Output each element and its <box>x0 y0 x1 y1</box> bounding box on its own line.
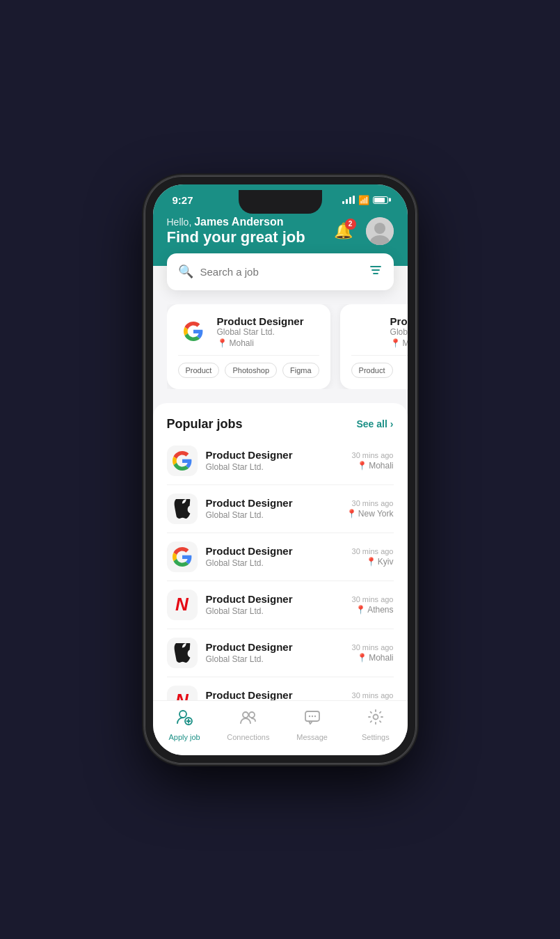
location-pin-icon: 📍 <box>355 605 366 615</box>
tags-row: Product <box>351 363 408 378</box>
status-icons: 📶 <box>342 195 388 205</box>
notification-button[interactable]: 🔔 2 <box>330 217 358 245</box>
greeting-hello: Hello, <box>167 216 195 228</box>
search-container: 🔍 <box>167 253 394 290</box>
nav-item-apply-job[interactable]: Apply job <box>163 708 205 741</box>
apply-job-icon <box>175 708 193 730</box>
company-logo-apple <box>351 316 382 347</box>
svg-point-13 <box>308 715 310 716</box>
job-list-company: Global Star Ltd. <box>206 510 346 520</box>
status-time: 9:27 <box>173 194 193 206</box>
tag: Product <box>351 363 393 378</box>
tag: Product <box>178 363 220 378</box>
job-time: 30 mins ago <box>336 691 393 700</box>
bottom-nav: Apply job Connections <box>153 700 408 755</box>
see-all-button[interactable]: See all › <box>356 418 393 429</box>
filter-icon[interactable] <box>369 263 383 281</box>
location-pin-icon: 📍 <box>366 557 376 567</box>
job-list-company: Global Star Ltd. <box>206 654 352 664</box>
settings-label: Settings <box>362 733 390 741</box>
job-list-info: Product Designer Global Star Ltd. <box>206 593 352 616</box>
popular-job-item[interactable]: Product Designer Global Star Ltd. 30 min… <box>167 533 394 581</box>
job-list-title: Product Designer <box>206 545 352 557</box>
greeting-text: Hello, James Anderson <box>167 216 305 228</box>
job-list-title: Product Designer <box>206 449 352 461</box>
job-location: 📍 New York <box>346 509 394 519</box>
signal-icon <box>342 196 355 204</box>
nav-item-message[interactable]: Message <box>291 708 333 741</box>
job-time: 30 mins ago <box>346 499 394 507</box>
popular-job-item[interactable]: Product Designer Global Star Ltd. 30 min… <box>167 485 394 533</box>
location-pin-icon: 📍 <box>357 653 367 663</box>
popular-job-item[interactable]: N Product Designer Global Star Ltd. 30 m… <box>167 581 394 629</box>
svg-point-14 <box>311 715 312 716</box>
search-icon: 🔍 <box>178 264 193 279</box>
job-list-info: Product Designer Global Star Ltd. <box>206 449 352 472</box>
job-list-meta: 30 mins ago 📍 Kyiv <box>352 547 394 567</box>
wifi-icon: 📶 <box>358 195 369 205</box>
job-list-info: Product Designer Global Star Ltd. <box>206 545 352 568</box>
connections-icon <box>239 708 257 730</box>
settings-icon <box>367 708 385 730</box>
job-list-logo <box>167 494 198 524</box>
chevron-right-icon: › <box>390 418 394 429</box>
featured-company-name: Global Star Ltd. <box>217 327 304 337</box>
job-time: 30 mins ago <box>352 547 394 555</box>
tag: Photoshop <box>225 363 277 378</box>
header-top: Hello, James Anderson Find your great jo… <box>167 216 394 246</box>
section-header: Popular jobs See all › <box>167 406 394 437</box>
popular-job-item[interactable]: Product Designer Global Star Ltd. 30 min… <box>167 437 394 485</box>
featured-job-title: Product Designer <box>390 315 408 327</box>
search-input[interactable] <box>200 266 362 278</box>
job-list-company: Global Star Ltd. <box>206 558 352 568</box>
job-list-company: Global Star Ltd. <box>206 606 352 616</box>
featured-job-card[interactable]: Product Designer Global Star Ltd. 📍 Moha… <box>340 304 408 389</box>
popular-job-item[interactable]: N Product Designer Global Star Ltd. 30 m… <box>167 677 394 700</box>
featured-company-name: Global Star Ltd. <box>390 327 408 337</box>
job-card-info: Product Designer Global Star Ltd. 📍 Moha… <box>217 315 304 348</box>
job-list-meta: 30 mins ago 📍 Los Angeles <box>336 691 393 700</box>
svg-point-15 <box>314 715 315 716</box>
nav-item-connections[interactable]: Connections <box>227 708 269 741</box>
divider <box>178 355 319 356</box>
main-content: Product Designer Global Star Ltd. 📍 Moha… <box>153 290 408 700</box>
notification-badge: 2 <box>345 219 356 230</box>
search-bar: 🔍 <box>167 253 394 290</box>
featured-job-card[interactable]: Product Designer Global Star Ltd. 📍 Moha… <box>167 304 330 389</box>
job-list-info: Product Designer Global Star Ltd. <box>206 641 352 664</box>
featured-job-title: Product Designer <box>217 315 304 327</box>
svg-point-11 <box>249 712 255 718</box>
job-list-info: Product Designer Global Star Ltd. <box>206 497 346 520</box>
job-list-logo <box>167 638 198 668</box>
job-list-title: Product Designer <box>206 689 337 700</box>
popular-jobs-section: Popular jobs See all › Product Designer … <box>153 403 408 700</box>
location-pin-icon: 📍 <box>390 338 401 348</box>
header-title: Find your great job <box>167 228 305 246</box>
job-list-logo <box>167 445 198 476</box>
job-list-logo: N <box>167 590 198 620</box>
avatar[interactable] <box>366 217 394 245</box>
greeting-name: James Anderson <box>194 216 283 228</box>
svg-point-1 <box>374 223 385 234</box>
job-location: 📍 Mohali <box>352 461 394 471</box>
svg-point-6 <box>179 711 186 718</box>
featured-jobs-carousel[interactable]: Product Designer Global Star Ltd. 📍 Moha… <box>167 304 408 389</box>
nav-item-settings[interactable]: Settings <box>355 708 397 741</box>
message-label: Message <box>296 733 328 741</box>
svg-point-10 <box>243 712 248 718</box>
job-list-title: Product Designer <box>206 593 352 605</box>
job-card-header: Product Designer Global Star Ltd. 📍 Moha… <box>178 315 319 348</box>
popular-job-item[interactable]: Product Designer Global Star Ltd. 30 min… <box>167 629 394 677</box>
divider <box>351 355 408 356</box>
location-pin-icon: 📍 <box>346 509 357 519</box>
location-pin-icon: 📍 <box>357 461 367 471</box>
job-list-title: Product Designer <box>206 641 352 653</box>
job-time: 30 mins ago <box>352 451 394 459</box>
job-card-info: Product Designer Global Star Ltd. 📍 Moha… <box>390 315 408 348</box>
job-list-meta: 30 mins ago 📍 Athens <box>352 595 394 615</box>
job-list-company: Global Star Ltd. <box>206 462 352 472</box>
featured-jobs-section: Product Designer Global Star Ltd. 📍 Moha… <box>153 290 408 400</box>
section-title: Popular jobs <box>167 417 243 432</box>
tag: Figma <box>282 363 319 378</box>
apply-job-label: Apply job <box>168 733 200 741</box>
